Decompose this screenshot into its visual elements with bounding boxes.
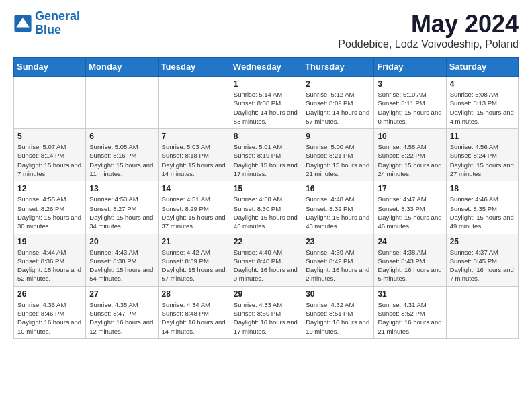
- day-info: Sunrise: 4:39 AM Sunset: 8:42 PM Dayligh…: [306, 248, 370, 283]
- calendar-cell: 12Sunrise: 4:55 AM Sunset: 8:26 PM Dayli…: [14, 181, 86, 234]
- day-number: 17: [378, 184, 442, 193]
- day-number: 5: [17, 132, 82, 141]
- calendar-cell: 24Sunrise: 4:38 AM Sunset: 8:43 PM Dayli…: [374, 234, 446, 286]
- day-number: 18: [450, 184, 515, 193]
- day-info: Sunrise: 4:31 AM Sunset: 8:52 PM Dayligh…: [378, 300, 442, 336]
- calendar-week-row: 1Sunrise: 5:14 AM Sunset: 8:08 PM Daylig…: [14, 77, 519, 129]
- day-info: Sunrise: 5:12 AM Sunset: 8:09 PM Dayligh…: [306, 90, 370, 126]
- day-number: 22: [234, 237, 298, 246]
- calendar-week-row: 26Sunrise: 4:36 AM Sunset: 8:46 PM Dayli…: [14, 286, 519, 338]
- calendar-cell: 7Sunrise: 5:03 AM Sunset: 8:18 PM Daylig…: [158, 129, 230, 181]
- weekday-header: Friday: [374, 58, 446, 77]
- calendar-cell: [86, 77, 158, 129]
- calendar-cell: 29Sunrise: 4:33 AM Sunset: 8:50 PM Dayli…: [230, 286, 302, 338]
- day-number: 4: [450, 79, 515, 89]
- calendar-cell: 16Sunrise: 4:48 AM Sunset: 8:32 PM Dayli…: [302, 181, 374, 234]
- logo-line1: General: [35, 9, 80, 23]
- day-info: Sunrise: 4:43 AM Sunset: 8:38 PM Dayligh…: [89, 248, 154, 283]
- day-info: Sunrise: 4:40 AM Sunset: 8:40 PM Dayligh…: [234, 248, 298, 283]
- calendar-cell: 4Sunrise: 5:08 AM Sunset: 8:13 PM Daylig…: [446, 77, 518, 129]
- calendar-cell: 31Sunrise: 4:31 AM Sunset: 8:52 PM Dayli…: [374, 286, 446, 338]
- weekday-header: Sunday: [14, 58, 86, 77]
- calendar-cell: 22Sunrise: 4:40 AM Sunset: 8:40 PM Dayli…: [230, 234, 302, 286]
- weekday-header: Wednesday: [230, 58, 302, 77]
- calendar-cell: 18Sunrise: 4:46 AM Sunset: 8:35 PM Dayli…: [446, 181, 518, 234]
- day-number: 12: [17, 184, 82, 193]
- calendar-week-row: 19Sunrise: 4:44 AM Sunset: 8:36 PM Dayli…: [14, 234, 519, 286]
- day-info: Sunrise: 4:46 AM Sunset: 8:35 PM Dayligh…: [450, 195, 515, 230]
- calendar-cell: 2Sunrise: 5:12 AM Sunset: 8:09 PM Daylig…: [302, 77, 374, 129]
- day-number: 20: [89, 237, 154, 246]
- day-number: 19: [17, 237, 82, 246]
- day-info: Sunrise: 5:08 AM Sunset: 8:13 PM Dayligh…: [450, 90, 515, 126]
- day-number: 11: [450, 132, 515, 141]
- day-number: 13: [89, 184, 154, 193]
- calendar-cell: 6Sunrise: 5:05 AM Sunset: 8:16 PM Daylig…: [86, 129, 158, 181]
- calendar-table: SundayMondayTuesdayWednesdayThursdayFrid…: [13, 57, 519, 339]
- calendar-cell: 1Sunrise: 5:14 AM Sunset: 8:08 PM Daylig…: [230, 77, 302, 129]
- weekday-header-row: SundayMondayTuesdayWednesdayThursdayFrid…: [14, 58, 519, 77]
- day-info: Sunrise: 5:03 AM Sunset: 8:18 PM Dayligh…: [162, 142, 226, 178]
- calendar-week-row: 12Sunrise: 4:55 AM Sunset: 8:26 PM Dayli…: [14, 181, 519, 234]
- location: Poddebice, Lodz Voivodeship, Poland: [338, 38, 519, 50]
- day-number: 28: [162, 289, 226, 299]
- calendar-cell: 13Sunrise: 4:53 AM Sunset: 8:27 PM Dayli…: [86, 181, 158, 234]
- day-info: Sunrise: 5:00 AM Sunset: 8:21 PM Dayligh…: [306, 142, 370, 178]
- calendar-cell: 8Sunrise: 5:01 AM Sunset: 8:19 PM Daylig…: [230, 129, 302, 181]
- day-info: Sunrise: 4:58 AM Sunset: 8:22 PM Dayligh…: [378, 142, 442, 178]
- day-number: 25: [450, 237, 515, 246]
- day-info: Sunrise: 4:42 AM Sunset: 8:39 PM Dayligh…: [162, 248, 226, 283]
- calendar-cell: [14, 77, 86, 129]
- calendar-cell: 28Sunrise: 4:34 AM Sunset: 8:48 PM Dayli…: [158, 286, 230, 338]
- day-number: 15: [234, 184, 298, 193]
- calendar-cell: 17Sunrise: 4:47 AM Sunset: 8:33 PM Dayli…: [374, 181, 446, 234]
- weekday-header: Thursday: [302, 58, 374, 77]
- day-info: Sunrise: 4:44 AM Sunset: 8:36 PM Dayligh…: [17, 248, 82, 283]
- day-number: 30: [306, 289, 370, 299]
- day-number: 1: [234, 79, 298, 89]
- day-info: Sunrise: 4:50 AM Sunset: 8:30 PM Dayligh…: [234, 195, 298, 230]
- month-title: May 2024: [338, 10, 519, 38]
- calendar-cell: 15Sunrise: 4:50 AM Sunset: 8:30 PM Dayli…: [230, 181, 302, 234]
- day-info: Sunrise: 4:37 AM Sunset: 8:45 PM Dayligh…: [450, 248, 515, 283]
- calendar-cell: 25Sunrise: 4:37 AM Sunset: 8:45 PM Dayli…: [446, 234, 518, 286]
- calendar-cell: 11Sunrise: 4:56 AM Sunset: 8:24 PM Dayli…: [446, 129, 518, 181]
- weekday-header: Tuesday: [158, 58, 230, 77]
- day-info: Sunrise: 4:47 AM Sunset: 8:33 PM Dayligh…: [378, 195, 442, 230]
- day-number: 27: [89, 289, 154, 299]
- day-info: Sunrise: 5:07 AM Sunset: 8:14 PM Dayligh…: [17, 142, 82, 178]
- logo-line2: Blue: [35, 23, 61, 36]
- calendar-cell: 3Sunrise: 5:10 AM Sunset: 8:11 PM Daylig…: [374, 77, 446, 129]
- calendar-cell: 9Sunrise: 5:00 AM Sunset: 8:21 PM Daylig…: [302, 129, 374, 181]
- day-info: Sunrise: 5:10 AM Sunset: 8:11 PM Dayligh…: [378, 90, 442, 126]
- day-info: Sunrise: 4:48 AM Sunset: 8:32 PM Dayligh…: [306, 195, 370, 230]
- calendar-cell: 10Sunrise: 4:58 AM Sunset: 8:22 PM Dayli…: [374, 129, 446, 181]
- calendar-cell: 5Sunrise: 5:07 AM Sunset: 8:14 PM Daylig…: [14, 129, 86, 181]
- day-number: 10: [378, 132, 442, 141]
- day-number: 23: [306, 237, 370, 246]
- day-number: 16: [306, 184, 370, 193]
- day-number: 8: [234, 132, 298, 141]
- day-info: Sunrise: 4:36 AM Sunset: 8:46 PM Dayligh…: [17, 300, 82, 336]
- day-number: 6: [89, 132, 154, 141]
- day-info: Sunrise: 5:14 AM Sunset: 8:08 PM Dayligh…: [234, 90, 298, 126]
- day-number: 3: [378, 79, 442, 89]
- calendar-cell: 30Sunrise: 4:32 AM Sunset: 8:51 PM Dayli…: [302, 286, 374, 338]
- day-info: Sunrise: 5:05 AM Sunset: 8:16 PM Dayligh…: [89, 142, 154, 178]
- day-info: Sunrise: 4:34 AM Sunset: 8:48 PM Dayligh…: [162, 300, 226, 336]
- day-info: Sunrise: 4:33 AM Sunset: 8:50 PM Dayligh…: [234, 300, 298, 336]
- calendar-cell: 19Sunrise: 4:44 AM Sunset: 8:36 PM Dayli…: [14, 234, 86, 286]
- day-info: Sunrise: 4:53 AM Sunset: 8:27 PM Dayligh…: [89, 195, 154, 230]
- weekday-header: Saturday: [446, 58, 518, 77]
- day-number: 26: [17, 289, 82, 299]
- calendar-cell: 21Sunrise: 4:42 AM Sunset: 8:39 PM Dayli…: [158, 234, 230, 286]
- weekday-header: Monday: [86, 58, 158, 77]
- day-info: Sunrise: 5:01 AM Sunset: 8:19 PM Dayligh…: [234, 142, 298, 178]
- calendar-week-row: 5Sunrise: 5:07 AM Sunset: 8:14 PM Daylig…: [14, 129, 519, 181]
- logo-text: General Blue: [35, 10, 80, 37]
- logo: General Blue: [13, 10, 80, 37]
- calendar-cell: 26Sunrise: 4:36 AM Sunset: 8:46 PM Dayli…: [14, 286, 86, 338]
- calendar-cell: 20Sunrise: 4:43 AM Sunset: 8:38 PM Dayli…: [86, 234, 158, 286]
- calendar-cell: 23Sunrise: 4:39 AM Sunset: 8:42 PM Dayli…: [302, 234, 374, 286]
- day-number: 14: [162, 184, 226, 193]
